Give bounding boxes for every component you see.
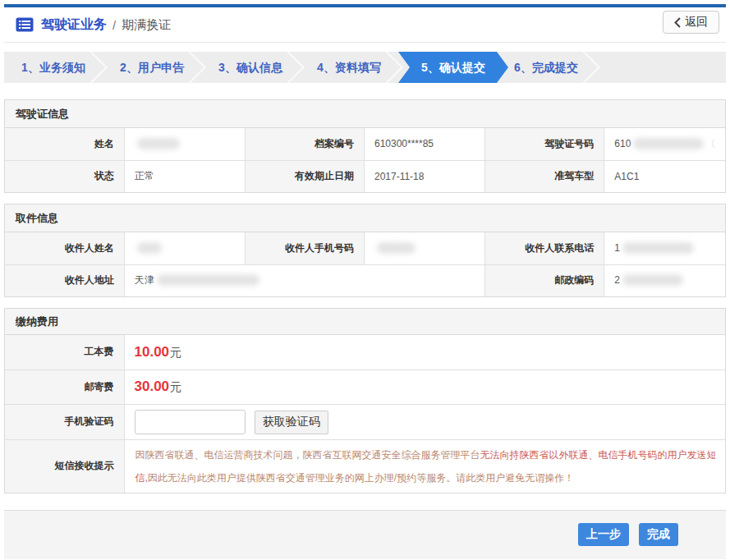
pickup-info-section: 取件信息 收件人姓名 收件人手机号码 收件人联系电话 1 收件人地址 天津 邮政… xyxy=(4,204,726,297)
name-label: 姓名 xyxy=(5,128,124,160)
fees-section: 缴纳费用 工本费 10.00元 邮寄费 30.00元 手机验证码 获取验证码 短… xyxy=(4,308,726,493)
phone-label: 收件人联系电话 xyxy=(485,232,604,264)
step-5-active[interactable]: 5、确认提交 xyxy=(398,52,508,83)
work-fee-value: 10.00元 xyxy=(124,335,725,370)
page: 驾驶证业务 / 期满换证 返回 1、业务须知 2、用户申告 3、确认信息 4、资… xyxy=(0,4,730,559)
recipient-value xyxy=(124,232,245,264)
work-fee-label: 工本费 xyxy=(5,335,124,370)
redaction xyxy=(137,242,162,254)
license-no-label: 驾驶证号码 xyxy=(485,128,604,160)
redaction xyxy=(622,242,694,254)
table-row: 工本费 10.00元 xyxy=(5,335,725,370)
back-button[interactable]: 返回 xyxy=(663,11,719,34)
class-label: 准驾车型 xyxy=(485,160,604,192)
table-row: 收件人地址 天津 邮政编码 2 xyxy=(5,264,725,296)
step-wizard: 1、业务须知 2、用户申告 3、确认信息 4、资料填写 5、确认提交 6、完成提… xyxy=(4,52,726,83)
sms-code-label: 手机验证码 xyxy=(5,404,124,439)
license-table: 姓名 档案编号 610300****85 驾驶证号码 610〈 状态 正常 有效… xyxy=(5,128,725,192)
zip-label: 邮政编码 xyxy=(485,264,604,296)
redaction xyxy=(622,274,683,286)
post-fee-value: 30.00元 xyxy=(124,370,725,404)
step-1[interactable]: 1、业务须知 xyxy=(4,52,103,83)
step-3[interactable]: 3、确认信息 xyxy=(201,52,300,83)
table-row: 短信接收提示 因陕西省联通、电信运营商技术问题，陕西省互联网交通安全综合服务管理… xyxy=(5,439,725,493)
redaction xyxy=(377,242,416,254)
sms-notice-text: 因陕西省联通、电信运营商技术问题，陕西省互联网交通安全综合服务管理平台无法向持陕… xyxy=(124,439,725,493)
fees-table: 工本费 10.00元 邮寄费 30.00元 手机验证码 获取验证码 短信接收提示… xyxy=(5,335,725,493)
step-2[interactable]: 2、用户申告 xyxy=(103,52,201,83)
name-value xyxy=(124,128,245,160)
previous-step-button[interactable]: 上一步 xyxy=(578,523,629,546)
status-label: 状态 xyxy=(5,160,124,192)
status-value: 正常 xyxy=(124,160,245,192)
fees-section-title: 缴纳费用 xyxy=(5,309,725,335)
phone-value: 1 xyxy=(604,232,725,264)
post-fee-label: 邮寄费 xyxy=(5,370,124,404)
chevron-left-icon xyxy=(674,17,681,28)
pickup-table: 收件人姓名 收件人手机号码 收件人联系电话 1 收件人地址 天津 邮政编码 2 xyxy=(5,232,725,296)
address-label: 收件人地址 xyxy=(5,264,124,296)
breadcrumb-separator: / xyxy=(112,18,116,32)
done-button[interactable]: 完成 xyxy=(639,523,678,546)
get-code-button[interactable]: 获取验证码 xyxy=(255,411,328,434)
table-row: 收件人姓名 收件人手机号码 收件人联系电话 1 xyxy=(5,232,725,264)
post-fee-amount: 30.00 xyxy=(135,379,170,394)
page-header: 驾驶证业务 / 期满换证 返回 xyxy=(4,7,726,43)
table-row: 状态 正常 有效期止日期 2017-11-18 准驾车型 A1C1 xyxy=(5,160,725,192)
class-value: A1C1 xyxy=(604,160,725,192)
mobile-value xyxy=(364,232,484,264)
expiry-value: 2017-11-18 xyxy=(364,160,484,192)
redaction xyxy=(633,138,704,149)
sms-code-cell: 获取验证码 xyxy=(124,404,725,439)
license-no-value: 610〈 xyxy=(604,128,725,160)
document-list-icon xyxy=(16,17,34,32)
step-6[interactable]: 6、完成提交 xyxy=(497,52,595,83)
breadcrumb-current: 期满换证 xyxy=(122,17,171,33)
address-value: 天津 xyxy=(124,264,484,296)
sms-notice-label: 短信接收提示 xyxy=(5,439,124,493)
page-title: 驾驶证业务 xyxy=(41,16,107,34)
expiry-label: 有效期止日期 xyxy=(245,160,364,192)
footer-bar: 上一步 完成 xyxy=(4,510,726,559)
step-4[interactable]: 4、资料填写 xyxy=(300,52,398,83)
redaction xyxy=(157,274,259,286)
license-info-section: 驾驶证信息 姓名 档案编号 610300****85 驾驶证号码 610〈 状态… xyxy=(4,99,726,193)
redaction xyxy=(137,138,180,149)
work-fee-amount: 10.00 xyxy=(135,344,170,360)
sms-code-input[interactable] xyxy=(135,410,246,434)
table-row: 姓名 档案编号 610300****85 驾驶证号码 610〈 xyxy=(5,128,725,160)
pickup-section-title: 取件信息 xyxy=(5,204,725,232)
file-no-label: 档案编号 xyxy=(245,128,364,160)
file-no-value: 610300****85 xyxy=(364,128,484,160)
mobile-label: 收件人手机号码 xyxy=(245,232,364,264)
recipient-label: 收件人姓名 xyxy=(5,232,124,264)
table-row: 手机验证码 获取验证码 xyxy=(5,404,725,439)
table-row: 邮寄费 30.00元 xyxy=(5,370,725,404)
license-section-title: 驾驶证信息 xyxy=(5,100,725,128)
zip-value: 2 xyxy=(604,264,725,296)
